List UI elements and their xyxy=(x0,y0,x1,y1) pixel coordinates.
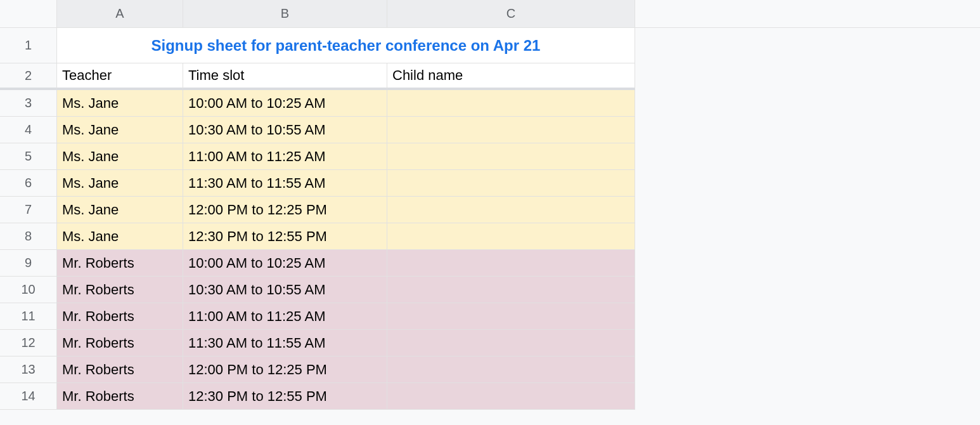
cell-b11[interactable]: 11:00 AM to 11:25 AM xyxy=(183,303,387,330)
cell-b13[interactable]: 12:00 PM to 12:25 PM xyxy=(183,356,387,383)
empty-cell xyxy=(635,356,980,383)
cell-a6[interactable]: Ms. Jane xyxy=(57,170,183,197)
cell-b5[interactable]: 11:00 AM to 11:25 AM xyxy=(183,143,387,170)
cell-c12[interactable] xyxy=(387,330,635,356)
cell-a9[interactable]: Mr. Roberts xyxy=(57,250,183,277)
header-childname[interactable]: Child name xyxy=(387,63,635,90)
cell-b7[interactable]: 12:00 PM to 12:25 PM xyxy=(183,197,387,223)
empty-cell xyxy=(635,90,980,117)
header-teacher[interactable]: Teacher xyxy=(57,63,183,90)
empty-cell xyxy=(635,143,980,170)
cell-c11[interactable] xyxy=(387,303,635,330)
empty-cell xyxy=(635,303,980,330)
cell-c7[interactable] xyxy=(387,197,635,223)
empty-cell xyxy=(635,383,980,410)
cell-c4[interactable] xyxy=(387,117,635,143)
row-header-10[interactable]: 10 xyxy=(0,277,57,303)
cell-c13[interactable] xyxy=(387,356,635,383)
cell-b10[interactable]: 10:30 AM to 10:55 AM xyxy=(183,277,387,303)
empty-cell xyxy=(635,170,980,197)
column-header-empty xyxy=(635,0,980,28)
cell-b6[interactable]: 11:30 AM to 11:55 AM xyxy=(183,170,387,197)
cell-a12[interactable]: Mr. Roberts xyxy=(57,330,183,356)
cell-b4[interactable]: 10:30 AM to 10:55 AM xyxy=(183,117,387,143)
empty-cell xyxy=(635,277,980,303)
empty-cell xyxy=(635,117,980,143)
row-header-1[interactable]: 1 xyxy=(0,28,57,63)
spreadsheet-grid: A B C 1 Signup sheet for parent-teacher … xyxy=(0,0,980,410)
row-header-8[interactable]: 8 xyxy=(0,223,57,250)
cell-b14[interactable]: 12:30 PM to 12:55 PM xyxy=(183,383,387,410)
cell-b3[interactable]: 10:00 AM to 10:25 AM xyxy=(183,90,387,117)
row-header-6[interactable]: 6 xyxy=(0,170,57,197)
column-header-c[interactable]: C xyxy=(387,0,635,28)
empty-cell xyxy=(635,250,980,277)
cell-a3[interactable]: Ms. Jane xyxy=(57,90,183,117)
empty-cell xyxy=(635,330,980,356)
cell-b8[interactable]: 12:30 PM to 12:55 PM xyxy=(183,223,387,250)
row-header-14[interactable]: 14 xyxy=(0,383,57,410)
column-header-b[interactable]: B xyxy=(183,0,387,28)
cell-a4[interactable]: Ms. Jane xyxy=(57,117,183,143)
header-timeslot[interactable]: Time slot xyxy=(183,63,387,90)
empty-cell xyxy=(635,28,980,63)
row-header-5[interactable]: 5 xyxy=(0,143,57,170)
row-header-12[interactable]: 12 xyxy=(0,330,57,356)
cell-a10[interactable]: Mr. Roberts xyxy=(57,277,183,303)
cell-b12[interactable]: 11:30 AM to 11:55 AM xyxy=(183,330,387,356)
row-header-7[interactable]: 7 xyxy=(0,197,57,223)
empty-cell xyxy=(635,223,980,250)
cell-c10[interactable] xyxy=(387,277,635,303)
cell-a13[interactable]: Mr. Roberts xyxy=(57,356,183,383)
column-header-a[interactable]: A xyxy=(57,0,183,28)
cell-b9[interactable]: 10:00 AM to 10:25 AM xyxy=(183,250,387,277)
cell-c5[interactable] xyxy=(387,143,635,170)
empty-cell xyxy=(635,63,980,90)
row-header-9[interactable]: 9 xyxy=(0,250,57,277)
title-cell[interactable]: Signup sheet for parent-teacher conferen… xyxy=(57,28,635,63)
cell-c6[interactable] xyxy=(387,170,635,197)
cell-a14[interactable]: Mr. Roberts xyxy=(57,383,183,410)
row-header-2[interactable]: 2 xyxy=(0,63,57,90)
cell-a11[interactable]: Mr. Roberts xyxy=(57,303,183,330)
cell-c8[interactable] xyxy=(387,223,635,250)
row-header-11[interactable]: 11 xyxy=(0,303,57,330)
row-header-3[interactable]: 3 xyxy=(0,90,57,117)
cell-c3[interactable] xyxy=(387,90,635,117)
row-header-13[interactable]: 13 xyxy=(0,356,57,383)
select-all-corner[interactable] xyxy=(0,0,57,28)
cell-c9[interactable] xyxy=(387,250,635,277)
cell-a7[interactable]: Ms. Jane xyxy=(57,197,183,223)
cell-a8[interactable]: Ms. Jane xyxy=(57,223,183,250)
empty-cell xyxy=(635,197,980,223)
cell-c14[interactable] xyxy=(387,383,635,410)
row-header-4[interactable]: 4 xyxy=(0,117,57,143)
cell-a5[interactable]: Ms. Jane xyxy=(57,143,183,170)
